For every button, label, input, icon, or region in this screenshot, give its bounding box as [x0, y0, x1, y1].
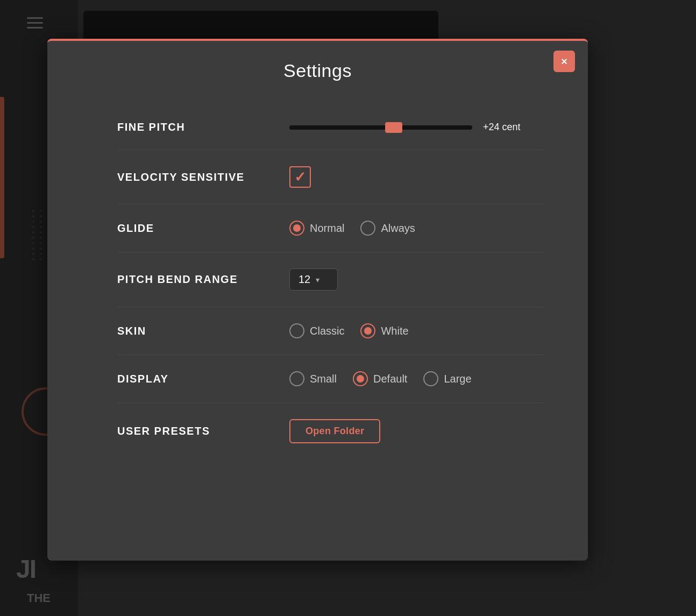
display-control: Small Default Large	[289, 371, 472, 386]
chevron-down-icon: ▾	[316, 275, 319, 284]
setting-row-display: DISPLAY Small Default Large	[117, 355, 545, 403]
glide-control: Normal Always	[289, 221, 415, 236]
setting-row-pitch-bend-range: PITCH BEND RANGE 12 ▾	[117, 252, 545, 307]
glide-label: GLIDE	[117, 222, 289, 235]
glide-option-normal[interactable]: Normal	[289, 221, 344, 236]
glide-option-always[interactable]: Always	[360, 221, 415, 236]
skin-radio-classic[interactable]	[289, 323, 304, 338]
glide-radio-always[interactable]	[360, 221, 375, 236]
fine-pitch-slider-thumb[interactable]	[385, 122, 402, 133]
modal-body: FINE PITCH +24 cent VELOCITY SENSITIVE ✓…	[47, 94, 588, 561]
velocity-sensitive-label: VELOCITY SENSITIVE	[117, 171, 289, 183]
pitch-bend-range-dropdown[interactable]: 12 ▾	[289, 268, 338, 291]
skin-label-classic: Classic	[310, 325, 344, 337]
pitch-bend-range-control: 12 ▾	[289, 268, 338, 291]
fine-pitch-slider-track[interactable]	[289, 125, 472, 130]
display-label-small: Small	[310, 373, 337, 385]
setting-row-fine-pitch: FINE PITCH +24 cent	[117, 105, 545, 150]
user-presets-label: USER PRESETS	[117, 425, 289, 437]
velocity-sensitive-control: ✓	[289, 166, 311, 188]
display-option-default[interactable]: Default	[353, 371, 407, 386]
display-radio-small[interactable]	[289, 371, 304, 386]
glide-label-always: Always	[381, 222, 415, 235]
display-label-large: Large	[444, 373, 471, 385]
display-option-small[interactable]: Small	[289, 371, 337, 386]
display-label-default: Default	[373, 373, 407, 385]
display-label: DISPLAY	[117, 373, 289, 385]
fine-pitch-value: +24 cent	[483, 122, 521, 133]
pitch-bend-range-label: PITCH BEND RANGE	[117, 273, 289, 286]
modal-title: Settings	[47, 60, 588, 81]
modal-header: Settings ×	[47, 41, 588, 94]
pitch-bend-range-value: 12	[299, 273, 310, 286]
display-radio-large[interactable]	[423, 371, 438, 386]
skin-radio-white[interactable]	[360, 323, 375, 338]
close-button[interactable]: ×	[553, 51, 575, 72]
velocity-sensitive-checkbox[interactable]: ✓	[289, 166, 311, 188]
skin-label: SKIN	[117, 325, 289, 337]
skin-control: Classic White	[289, 323, 409, 338]
glide-radio-normal[interactable]	[289, 221, 304, 236]
display-option-large[interactable]: Large	[423, 371, 471, 386]
skin-option-white[interactable]: White	[360, 323, 408, 338]
skin-option-classic[interactable]: Classic	[289, 323, 344, 338]
user-presets-control: Open Folder	[289, 419, 380, 443]
setting-row-skin: SKIN Classic White	[117, 307, 545, 355]
fine-pitch-control: +24 cent	[289, 122, 521, 133]
fine-pitch-label: FINE PITCH	[117, 121, 289, 133]
fine-pitch-slider-fill	[289, 125, 399, 130]
skin-label-white: White	[381, 325, 408, 337]
setting-row-velocity-sensitive: VELOCITY SENSITIVE ✓	[117, 150, 545, 204]
glide-label-normal: Normal	[310, 222, 344, 235]
settings-modal: Settings × FINE PITCH +24 cent VELOCITY …	[47, 39, 588, 561]
setting-row-glide: GLIDE Normal Always	[117, 204, 545, 252]
setting-row-user-presets: USER PRESETS Open Folder	[117, 403, 545, 459]
checkmark-icon: ✓	[294, 170, 306, 184]
display-radio-default[interactable]	[353, 371, 368, 386]
open-folder-button[interactable]: Open Folder	[289, 419, 380, 443]
